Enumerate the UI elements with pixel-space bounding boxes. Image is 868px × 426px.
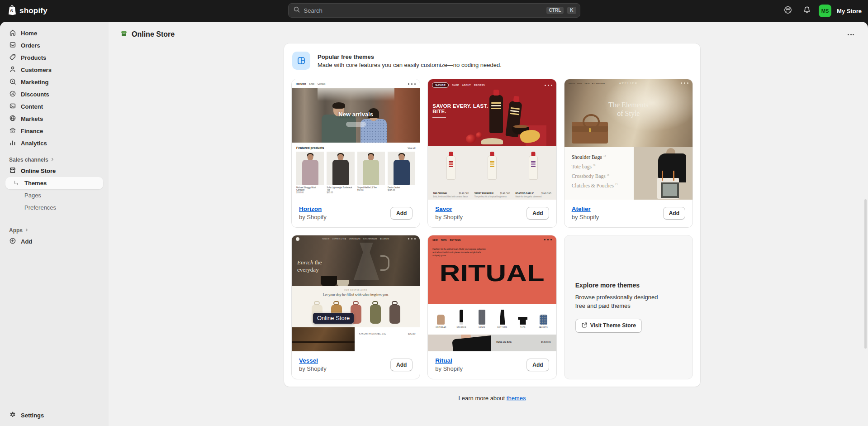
sidebar-item-label: Discounts <box>21 91 49 98</box>
sidebar-item-label: Markets <box>21 115 43 122</box>
section-subtitle: Made with core features you can easily c… <box>318 62 502 68</box>
sidebar-item-customers[interactable]: Customers <box>5 64 103 76</box>
more-actions-button[interactable] <box>844 29 857 40</box>
theme-name-link[interactable]: Savor <box>435 206 463 212</box>
sidebar-item-analytics[interactable]: Analytics <box>5 137 103 149</box>
sidebar-item-home[interactable]: Home <box>5 27 103 39</box>
category-image <box>634 147 693 200</box>
preview-brand: SAVOR <box>432 82 449 88</box>
sidebar-item-finance[interactable]: Finance <box>5 125 103 137</box>
visit-theme-store-button[interactable]: Visit Theme Store <box>575 319 642 333</box>
tumbler-shape <box>389 301 400 324</box>
product-tiles: Michael Shaggy Wool Cardigan $200.00 Sof… <box>292 152 420 194</box>
sidebar-item-discounts[interactable]: Discounts <box>5 88 103 101</box>
hero-title: New arrivals <box>292 111 420 118</box>
sidebar-item-preferences[interactable]: Preferences <box>5 201 103 214</box>
shopify-logo[interactable]: S shopify <box>7 5 47 17</box>
sidebar-item-label: Marketing <box>21 79 48 86</box>
preview-nav-links: NEW IN COFFEE & TEA DRINKWARE KITCHENWAR… <box>292 238 420 240</box>
customers-icon <box>9 66 16 74</box>
preview-nav-icons <box>408 238 416 239</box>
product-name: ROSE LIL BAG <box>496 341 512 343</box>
kbd-k: K <box>567 7 576 14</box>
sidebar-item-settings[interactable]: Settings <box>5 409 103 421</box>
avatar[interactable]: MS <box>819 5 831 17</box>
sidebar-item-label: Themes <box>24 180 47 187</box>
product-tile: Sofia Lightweight Turtleneck Top $65.00 <box>327 152 354 194</box>
page-header: Online Store <box>109 22 868 43</box>
sidekick-button[interactable] <box>781 4 795 18</box>
hero-link-shape <box>432 117 446 118</box>
sidebar-item-orders[interactable]: Orders <box>5 39 103 52</box>
plus-circle-icon <box>9 237 16 246</box>
notifications-button[interactable] <box>800 4 814 18</box>
theme-card-horizon: Horizon Shop Contact <box>291 79 420 228</box>
add-theme-button[interactable]: Add <box>663 207 685 220</box>
theme-preview-atelier[interactable]: NEW INBAGSSHOPACCESSORIES ATELIER The El… <box>564 79 693 200</box>
theme-card-atelier: NEW INBAGSSHOPACCESSORIES ATELIER The El… <box>564 79 693 228</box>
tumbler-shape <box>370 301 381 324</box>
category-item: KNITWEAR <box>432 307 449 333</box>
scrollbar-thumb[interactable] <box>864 199 867 349</box>
product-tiles: THE ORIGINAL$9.49 CAD Bold, fresh and fi… <box>428 146 556 200</box>
theme-name-link[interactable]: Ritual <box>435 357 463 364</box>
carafe-shape <box>350 243 383 280</box>
svg-text:S: S <box>10 8 13 13</box>
sidebar-item-label: Online Store <box>21 168 56 174</box>
hero-title: Enrich the everyday <box>297 259 322 274</box>
content-icon <box>9 102 16 111</box>
search-placeholder: Search <box>304 7 543 14</box>
bestsellers-section: OUR BESTSELLERS Let your day be filled w… <box>292 286 420 327</box>
theme-preview-savor[interactable]: SAVOR SHOP ABOUT RECIPES <box>428 79 556 200</box>
store-name[interactable]: My Store <box>837 8 862 14</box>
category-list: Shoulder Bags 13 Tote bags 39 Crossbody … <box>572 154 618 192</box>
theme-name-link[interactable]: Horizon <box>299 206 327 212</box>
sidebar-header-apps[interactable]: Apps <box>5 227 103 234</box>
sidebar-item-content[interactable]: Content <box>5 101 103 113</box>
theme-preview-ritual[interactable]: NEW TOPS BOTTOMS Fashion for the wild at… <box>428 235 556 351</box>
hero-image: NEW IN COFFEE & TEA DRINKWARE KITCHENWAR… <box>292 235 420 286</box>
sidebar-item-markets[interactable]: Markets <box>5 113 103 125</box>
sidebar-item-add-app[interactable]: Add <box>5 235 103 248</box>
sidebar-item-marketing[interactable]: Marketing <box>5 76 103 88</box>
explore-body: Browse professionally designed free and … <box>575 293 682 311</box>
preview-nav-links: NEW TOPS BOTTOMS <box>432 239 460 241</box>
add-theme-button[interactable]: Add <box>390 207 413 220</box>
sidebar-item-themes[interactable]: Themes <box>5 177 103 189</box>
external-link-icon <box>581 322 588 330</box>
markets-icon <box>9 115 16 123</box>
sidebar-item-pages[interactable]: Pages <box>5 189 103 201</box>
theme-card-footer: Ritual by Shopify Add <box>428 351 556 379</box>
add-theme-button[interactable]: Add <box>526 359 549 371</box>
model-image <box>428 335 491 351</box>
hero-button-shape <box>346 122 366 127</box>
sidebar-item-online-store[interactable]: Online Store <box>5 165 103 177</box>
section-eyebrow: OUR BESTSELLERS <box>292 289 420 291</box>
sidebar-item-label: Settings <box>21 412 44 419</box>
page-footer: Learn more about themes <box>284 395 700 402</box>
sidebar-item-products[interactable]: Products <box>5 52 103 64</box>
themes-grid: Horizon Shop Contact <box>291 79 693 379</box>
add-theme-button[interactable]: Add <box>390 359 413 371</box>
product-name: KAKOMI IH DONABE 2.5L <box>359 333 386 335</box>
category-item: DENIM <box>474 307 490 333</box>
theme-preview-vessel[interactable]: NEW IN COFFEE & TEA DRINKWARE KITCHENWAR… <box>292 235 420 351</box>
sidebar-header-sales-channels[interactable]: Sales channels <box>5 157 103 163</box>
pepper-shape <box>466 134 476 144</box>
topbar: S shopify Search CTRL K MS My Store <box>0 0 868 22</box>
page-title: Online Store <box>120 29 175 39</box>
search-input[interactable]: Search CTRL K <box>288 3 580 18</box>
theme-name-link[interactable]: Atelier <box>572 206 599 212</box>
product-tile: SWEET PINEAPPLE$9.49 CAD The perfect hit… <box>473 151 511 199</box>
hero-image: SAVOR EVERY. LAST. BITE. <box>428 81 556 146</box>
hero-image: NEW TOPS BOTTOMS Fashion for the wild at… <box>428 235 556 304</box>
theme-name-link[interactable]: Vessel <box>299 357 327 364</box>
hero-blurb: Fashion for the wild at heart. Build you… <box>432 248 488 257</box>
carafe-handle-shape <box>380 255 389 271</box>
content-column: Popular free themes Made with core featu… <box>284 43 700 402</box>
theme-preview-horizon[interactable]: Horizon Shop Contact <box>292 79 420 200</box>
orders-icon <box>9 41 16 50</box>
themes-help-link[interactable]: themes <box>507 395 526 402</box>
add-theme-button[interactable]: Add <box>526 207 549 220</box>
sidebar-item-label: Products <box>21 54 46 61</box>
